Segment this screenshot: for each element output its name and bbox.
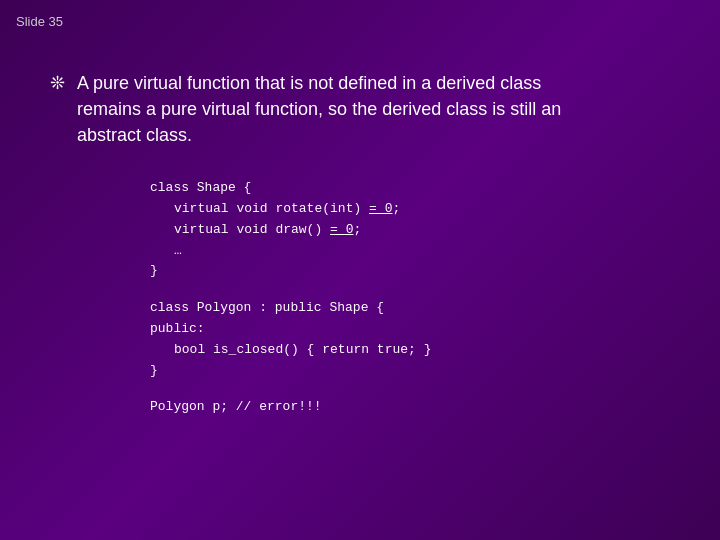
code-line-shape-close: } (150, 261, 570, 282)
code-line-class-shape: class Shape { (150, 178, 570, 199)
bullet-row: ❊ A pure virtual function that is not de… (50, 70, 670, 148)
code-line-draw: virtual void draw() = 0; (150, 220, 570, 241)
bullet-symbol: ❊ (50, 72, 65, 94)
code-line-polygon-close: } (150, 361, 570, 382)
code-section-shape: class Shape { virtual void rotate(int) =… (150, 178, 570, 282)
code-section-error: Polygon p; // error!!! (150, 397, 570, 418)
slide-label: Slide 35 (16, 14, 63, 29)
code-line-ellipsis: … (150, 241, 570, 262)
code-line-public: public: (150, 319, 570, 340)
content-area: ❊ A pure virtual function that is not de… (30, 70, 690, 418)
slide-container: Slide 35 ❊ A pure virtual function that … (0, 0, 720, 540)
code-section-polygon: class Polygon : public Shape { public: b… (150, 298, 570, 381)
bullet-text: A pure virtual function that is not defi… (77, 70, 561, 148)
code-line-is-closed: bool is_closed() { return true; } (150, 340, 570, 361)
code-block: class Shape { virtual void rotate(int) =… (150, 178, 570, 418)
code-line-polygon-error: Polygon p; // error!!! (150, 397, 570, 418)
code-line-rotate: virtual void rotate(int) = 0; (150, 199, 570, 220)
code-line-polygon-open: class Polygon : public Shape { (150, 298, 570, 319)
